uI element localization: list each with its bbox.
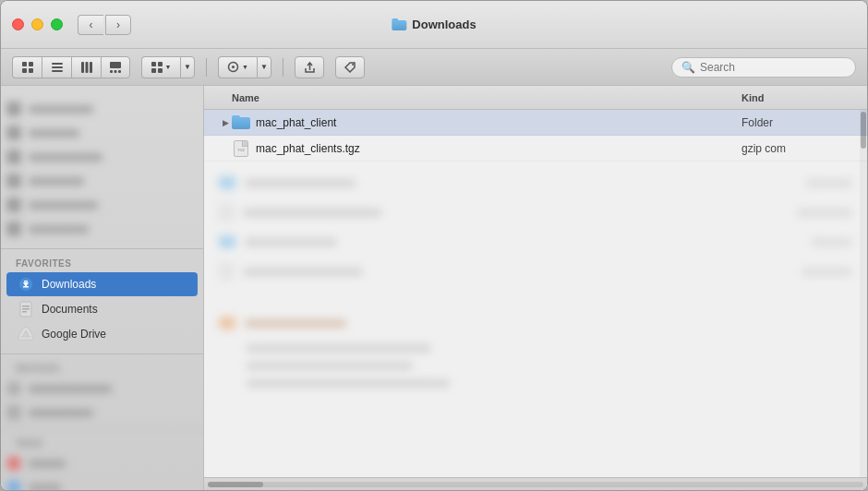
- svg-rect-4: [52, 63, 63, 65]
- sidebar-blurred-item-4: [1, 169, 203, 193]
- sidebar-blurred-device-1: [1, 377, 203, 401]
- svg-rect-1: [29, 62, 33, 66]
- share-button[interactable]: [295, 56, 324, 78]
- maximize-button[interactable]: [51, 18, 63, 30]
- svg-rect-11: [110, 70, 113, 73]
- svg-rect-8: [85, 62, 88, 73]
- file-row-mac-phat-clients-tgz[interactable]: TGZ mac_phat_clients.tgz gzip com: [204, 136, 867, 162]
- sidebar-downloads-label: Downloads: [42, 278, 96, 291]
- file-kind-mac-phat-client: Folder: [741, 116, 852, 129]
- svg-point-19: [232, 66, 235, 68]
- sidebar-item-downloads[interactable]: Downloads: [6, 272, 198, 296]
- tgz-file-icon: TGZ: [232, 141, 250, 156]
- sidebar: FAVORITES Downloads: [1, 86, 204, 490]
- svg-rect-3: [29, 68, 33, 73]
- view-columns-button[interactable]: [71, 56, 101, 78]
- bottom-scroll-track[interactable]: [208, 482, 863, 487]
- toolbar: ▼ ▼ ▼ ▼: [1, 49, 867, 86]
- sidebar-blurred-device-2: [1, 401, 203, 425]
- svg-rect-0: [22, 62, 27, 66]
- svg-rect-7: [81, 62, 84, 73]
- search-icon: 🔍: [681, 61, 695, 74]
- minimize-button[interactable]: [31, 18, 43, 30]
- folder-icon: [232, 115, 250, 130]
- svg-point-21: [352, 64, 354, 66]
- search-input[interactable]: [700, 61, 846, 74]
- sidebar-documents-label: Documents: [42, 303, 98, 316]
- svg-rect-16: [151, 68, 156, 73]
- titlebar: ‹ › Downloads: [1, 1, 867, 49]
- svg-rect-31: [18, 337, 33, 340]
- svg-rect-25: [23, 286, 29, 288]
- file-list-header: Name Kind: [204, 86, 867, 110]
- toolbar-separator-1: [206, 58, 207, 77]
- svg-rect-27: [22, 305, 30, 307]
- scrollbar-track[interactable]: [860, 110, 867, 477]
- svg-rect-5: [52, 66, 63, 68]
- close-button[interactable]: [12, 18, 24, 30]
- view-grid-dropdown-arrow[interactable]: ▼: [180, 56, 195, 78]
- svg-rect-14: [151, 62, 156, 66]
- action-dropdown-arrow[interactable]: ▼: [257, 56, 271, 78]
- sidebar-blurred-item-5: [1, 193, 203, 217]
- svg-rect-9: [90, 62, 92, 73]
- svg-rect-2: [22, 68, 27, 73]
- sidebar-blurred-tag-2: [1, 475, 203, 490]
- back-button[interactable]: ‹: [78, 15, 103, 35]
- forward-button[interactable]: ›: [105, 15, 131, 35]
- main-content: FAVORITES Downloads: [1, 86, 867, 490]
- window-title-text: Downloads: [412, 18, 476, 31]
- sidebar-blurred-item-3: [1, 145, 203, 169]
- view-cover-button[interactable]: [101, 56, 130, 78]
- svg-rect-17: [158, 68, 163, 73]
- title-folder-icon: [392, 18, 406, 30]
- bottom-scrollbar[interactable]: [204, 477, 867, 490]
- dropdown-arrow: ▼: [165, 64, 172, 70]
- action-dropdown: ▼ ▼: [218, 56, 271, 78]
- toolbar-separator-2: [283, 58, 283, 77]
- svg-rect-29: [22, 311, 27, 313]
- svg-rect-13: [118, 70, 121, 73]
- bottom-scroll-thumb[interactable]: [208, 482, 263, 487]
- view-toggle-group: [12, 56, 130, 78]
- sidebar-blurred-tag-1: [1, 451, 203, 475]
- sidebar-item-google-drive[interactable]: Google Drive: [6, 322, 198, 346]
- scrollbar-thumb[interactable]: [861, 112, 866, 149]
- disclosure-arrow[interactable]: ▶: [219, 118, 232, 127]
- finder-window: ‹ › Downloads: [0, 0, 868, 491]
- file-list-scroll[interactable]: ▶ mac_phat_client Folder: [204, 110, 867, 477]
- svg-rect-15: [158, 62, 163, 66]
- documents-icon: [18, 301, 34, 317]
- action-arrow: ▼: [242, 64, 248, 70]
- column-header-kind[interactable]: Kind: [741, 92, 852, 103]
- sidebar-google-drive-label: Google Drive: [42, 328, 106, 341]
- window-title: Downloads: [392, 18, 476, 31]
- file-list-container: Name Kind ▶ mac_phat_client Folder: [204, 86, 867, 490]
- sidebar-blurred-item-1: [1, 97, 203, 121]
- search-bar[interactable]: 🔍: [671, 57, 856, 78]
- sidebar-blurred-item-2: [1, 121, 203, 145]
- nav-buttons: ‹ ›: [78, 15, 131, 35]
- svg-rect-6: [52, 70, 63, 72]
- file-row-mac-phat-client[interactable]: ▶ mac_phat_client Folder: [204, 110, 867, 136]
- svg-rect-28: [22, 308, 30, 310]
- view-grid-main-button[interactable]: ▼: [141, 56, 180, 78]
- view-icon-button[interactable]: [12, 56, 42, 78]
- file-kind-mac-phat-clients-tgz: gzip com: [741, 142, 852, 155]
- tag-button[interactable]: [335, 56, 365, 78]
- view-list-button[interactable]: [42, 56, 71, 78]
- file-name-mac-phat-clients-tgz: mac_phat_clients.tgz: [256, 142, 741, 155]
- svg-rect-24: [24, 281, 28, 282]
- traffic-lights: [12, 18, 63, 30]
- downloads-icon: [18, 276, 34, 293]
- svg-rect-12: [115, 70, 117, 73]
- sidebar-item-documents[interactable]: Documents: [6, 297, 198, 321]
- sidebar-blurred-item-6: [1, 217, 203, 241]
- sidebar-favorites-label: FAVORITES: [1, 253, 203, 271]
- svg-rect-10: [110, 62, 121, 68]
- google-drive-icon: [18, 326, 34, 342]
- column-header-name[interactable]: Name: [232, 92, 741, 103]
- file-name-mac-phat-client: mac_phat_client: [256, 116, 741, 129]
- action-main-button[interactable]: ▼: [218, 56, 257, 78]
- folder-body: [392, 20, 406, 30]
